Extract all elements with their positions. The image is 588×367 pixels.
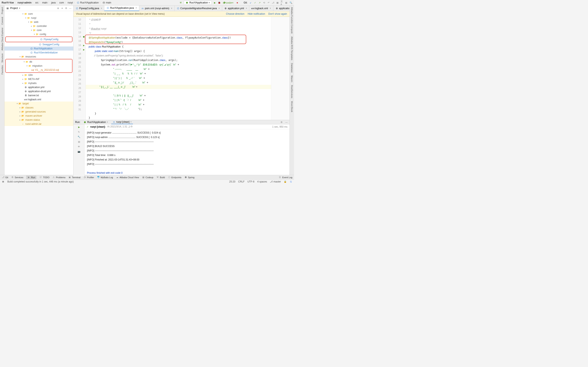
expand-icon[interactable]: ≑ bbox=[61, 7, 63, 9]
tree-item[interactable]: ▸ 📂 generated-sources bbox=[4, 110, 73, 114]
hide-icon[interactable]: — bbox=[285, 121, 288, 124]
bottom-tool-todo[interactable]: ☑TODO bbox=[39, 176, 49, 179]
tool-strip-item[interactable]: Alibaba ROS Templates bbox=[291, 36, 293, 61]
tree-item[interactable]: ▾ 📁 core bbox=[4, 28, 73, 32]
git-push-icon[interactable]: ↗ bbox=[258, 1, 261, 4]
indent-setting[interactable]: 4 spaces bbox=[257, 180, 267, 183]
camera-icon[interactable]: 📷 bbox=[78, 150, 80, 153]
tree-item[interactable]: Ⓒ SwaggerConfig bbox=[4, 42, 73, 47]
choose-direction-link[interactable]: Choose direction bbox=[226, 12, 244, 15]
close-icon[interactable]: × bbox=[171, 7, 172, 10]
close-icon[interactable]: × bbox=[246, 7, 247, 10]
editor-tab[interactable]: ⚙ application.yml× bbox=[222, 6, 249, 11]
project-title[interactable]: Project bbox=[10, 7, 18, 9]
wrench-icon[interactable]: 🔧 bbox=[78, 135, 80, 138]
bottom-tool-alibaba-cloud-view[interactable]: ☁Alibaba Cloud View bbox=[116, 176, 139, 179]
bottom-tool-codeup[interactable]: ▦Codeup bbox=[142, 176, 154, 179]
tree-item[interactable]: ▾ 📁 com bbox=[4, 12, 73, 16]
bottom-tool-build[interactable]: ⚒Build bbox=[156, 176, 165, 179]
editor-tab[interactable]: ⚙ application-dr× bbox=[273, 6, 290, 11]
editor-tab[interactable]: xml logback.xml× bbox=[249, 6, 273, 11]
editor-tab[interactable]: Ⓒ RuoYiApplication.java× bbox=[104, 6, 139, 11]
tool-strip-item[interactable]: Maven bbox=[291, 75, 293, 83]
tree-item[interactable]: ▾ 📁 db bbox=[6, 60, 72, 64]
rerun-icon[interactable]: ▶ bbox=[78, 125, 80, 128]
translate-icon[interactable]: 文A bbox=[281, 1, 283, 4]
revert-icon[interactable]: ↶ bbox=[267, 1, 270, 4]
stop-icon[interactable]: ■ bbox=[236, 1, 239, 4]
bottom-tool-terminal[interactable]: ▣Terminal bbox=[68, 176, 80, 179]
git-commit-icon[interactable]: ✓ bbox=[254, 1, 256, 4]
breadcrumb-item[interactable]: src bbox=[35, 1, 38, 4]
tree-item[interactable]: ▸ 📁 META-INF bbox=[4, 77, 73, 81]
event-log-button[interactable]: ☰Event Log bbox=[278, 176, 292, 179]
view-icon[interactable]: 👁 bbox=[78, 145, 80, 148]
bottom-tool-endpoints[interactable]: ⬡Endpoints bbox=[168, 176, 182, 179]
run-tab-app[interactable]: ⬢RuoYiApplication× bbox=[82, 120, 109, 124]
breadcrumb[interactable]: RuoYi-Vue〉ruoyi-admin〉src〉main〉java〉com〉… bbox=[2, 1, 178, 4]
gutter[interactable]: 1011121314⬢1516▶17▶181920212223242526272… bbox=[73, 17, 86, 120]
bottom-tool-profiler[interactable]: ◔Profiler bbox=[83, 176, 94, 179]
layout-icon[interactable]: ◧ bbox=[285, 1, 288, 4]
close-icon[interactable]: × bbox=[101, 7, 102, 10]
tree-item[interactable]: Ⓒ FlywayConfig bbox=[6, 37, 72, 42]
branch-icon[interactable]: ⎇ bbox=[272, 1, 274, 4]
file-encoding[interactable]: UTF-8 bbox=[247, 180, 254, 183]
status-icon[interactable]: ▣ bbox=[2, 180, 4, 183]
tree-item[interactable]: ▫ ruovi-admin.iar bbox=[4, 122, 73, 126]
profile-icon[interactable]: �графич bbox=[227, 1, 230, 4]
select-opened-icon[interactable]: ⊕ bbox=[57, 7, 60, 9]
tree-item[interactable]: sql V1__ry_20210210.sql bbox=[6, 68, 72, 72]
editor-tab[interactable]: Ⓒ CompositeMigrationResolver.java× bbox=[174, 6, 222, 11]
breadcrumb-item[interactable]: Ⓒ RuoYiApplication bbox=[77, 1, 99, 4]
history-icon[interactable]: ⟲ bbox=[263, 1, 265, 4]
close-icon[interactable]: × bbox=[136, 7, 137, 9]
code-editor[interactable]: 1011121314⬢1516▶17▶181920212223242526272… bbox=[73, 17, 290, 120]
tree-item[interactable]: ⚙ application-druid.yml bbox=[4, 89, 73, 93]
run-config-selector[interactable]: ⬢ RuoYiApplication ▾ bbox=[184, 1, 212, 5]
tool-strip-item[interactable]: Alibaba Function Compute bbox=[291, 6, 293, 34]
hide-notification-link[interactable]: Hide notification bbox=[248, 12, 265, 15]
hammer-icon[interactable]: ⚒ bbox=[179, 1, 182, 4]
tree-item[interactable]: ▾ 📂 target bbox=[4, 101, 73, 106]
bottom-tool-spring[interactable]: ⬢Spring bbox=[184, 176, 195, 179]
tree-item[interactable]: Ⓒ RuoYiServletInitializer bbox=[4, 50, 73, 55]
chevron-down-icon[interactable]: ▾ bbox=[19, 7, 20, 9]
tree-item[interactable]: ▸ 📁 controller bbox=[4, 24, 73, 28]
gear-icon[interactable]: ⚙ bbox=[65, 7, 68, 9]
breadcrumb-item[interactable]: com bbox=[59, 1, 64, 4]
git-update-icon[interactable]: ↙ bbox=[249, 1, 252, 4]
close-icon[interactable]: × bbox=[270, 7, 271, 10]
tree-item[interactable]: ▾ 📁 migration bbox=[6, 64, 72, 68]
tree-item[interactable]: ▸ 📁 i18n bbox=[4, 73, 73, 77]
gear-icon[interactable]: ⚙ bbox=[280, 121, 283, 124]
breadcrumb-item[interactable]: main bbox=[42, 1, 47, 4]
bottom-tool-mybatis-log[interactable]: 🐬MyBatis Log bbox=[97, 176, 113, 179]
editor-tab[interactable]: m pom.xml (ruoyi-admin)× bbox=[139, 6, 174, 11]
tree-item[interactable]: ▾ 📁 ruoyi bbox=[4, 16, 73, 20]
breadcrumb-item[interactable]: ruoyi-admin bbox=[17, 1, 32, 4]
tree-item[interactable]: ▾ 📁 config bbox=[4, 32, 73, 36]
project-tree[interactable]: ▾ 📁 com ▾ 📁 ruoyi ▾ 📁 web ▸ 📁 controller… bbox=[4, 11, 73, 175]
tree-item[interactable]: ▾ 📁 web bbox=[4, 20, 73, 24]
tree-item[interactable]: ⚙ application.yml bbox=[4, 85, 73, 89]
search-icon[interactable]: 🔍 bbox=[290, 1, 292, 4]
line-separator[interactable]: CRLF bbox=[238, 180, 245, 183]
tree-item[interactable]: ▸ 📁 mybatis bbox=[4, 81, 73, 85]
lock-icon[interactable]: 🔒 bbox=[284, 180, 287, 183]
breadcrumb-item[interactable]: RuoYi-Vue bbox=[2, 1, 14, 4]
breadcrumb-item[interactable]: ⓜ main bbox=[102, 1, 111, 4]
google-icon[interactable]: G bbox=[290, 180, 292, 183]
git-branch[interactable]: ⎇ master bbox=[270, 180, 281, 183]
tool-strip-item[interactable]: Database bbox=[291, 62, 293, 73]
tool-strip-item[interactable]: RestServices bbox=[291, 84, 293, 99]
breadcrumb-item[interactable]: ruoyi bbox=[68, 1, 73, 4]
stop-icon[interactable]: ↻ bbox=[78, 131, 80, 133]
tree-item[interactable]: ▸ 📂 maven-status bbox=[4, 118, 73, 122]
tree-item[interactable]: 🖹 banner.txt bbox=[4, 93, 73, 98]
editor-tab[interactable]: Ⓒ FlywayConfig.java× bbox=[73, 6, 104, 11]
tool-strip-item[interactable]: Project bbox=[1, 6, 3, 15]
attach-icon[interactable]: ⋯ bbox=[231, 1, 234, 4]
tool-strip-item[interactable]: Commit bbox=[1, 16, 3, 25]
tool-strip-item[interactable]: Word Book bbox=[291, 100, 293, 113]
